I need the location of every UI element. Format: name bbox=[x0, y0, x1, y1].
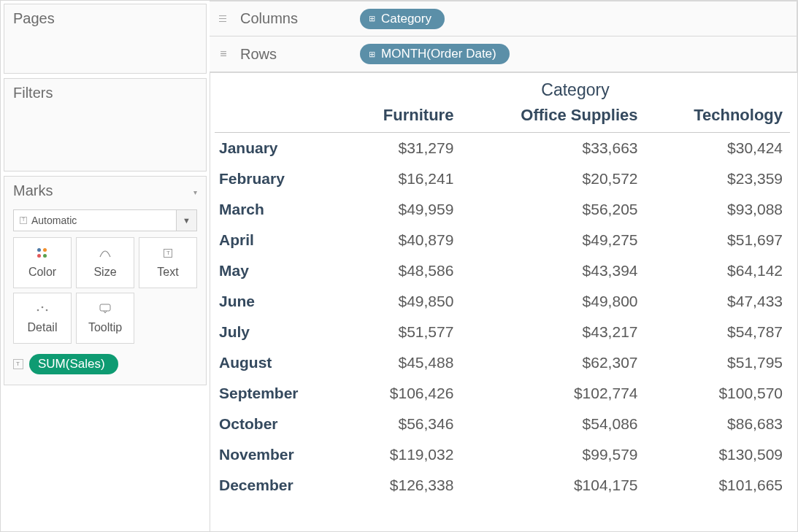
column-header-title[interactable]: Category bbox=[361, 80, 790, 100]
cell-value[interactable]: $43,394 bbox=[461, 255, 645, 286]
cell-value[interactable]: $47,433 bbox=[645, 286, 791, 317]
row-header[interactable]: April bbox=[215, 225, 342, 255]
rows-label: Rows bbox=[240, 46, 350, 63]
table-row: August$45,488$62,307$51,795 bbox=[215, 347, 790, 378]
col-header[interactable]: Technology bbox=[645, 101, 791, 133]
cell-value[interactable]: $106,426 bbox=[342, 378, 461, 409]
table-row: November$119,032$99,579$130,509 bbox=[215, 439, 790, 470]
cell-value[interactable]: $119,032 bbox=[342, 439, 461, 470]
cell-value[interactable]: $20,572 bbox=[461, 163, 645, 194]
marks-menu-caret-icon[interactable]: ▾ bbox=[193, 188, 197, 196]
table-row: September$106,426$102,774$100,570 bbox=[215, 378, 790, 409]
pages-title: Pages bbox=[13, 10, 197, 27]
detail-icon bbox=[36, 302, 49, 315]
tooltip-button[interactable]: Tooltip bbox=[76, 293, 134, 344]
cell-value[interactable]: $30,424 bbox=[645, 133, 791, 163]
row-header[interactable]: August bbox=[215, 347, 342, 378]
cell-value[interactable]: $33,663 bbox=[461, 133, 645, 163]
cell-value[interactable]: $56,205 bbox=[461, 194, 645, 225]
pages-shelf[interactable]: Pages bbox=[4, 4, 207, 74]
cell-value[interactable]: $48,586 bbox=[342, 255, 461, 286]
row-header[interactable]: November bbox=[215, 439, 342, 470]
cell-value[interactable]: $40,879 bbox=[342, 225, 461, 255]
sum-sales-pill[interactable]: SUM(Sales) bbox=[29, 354, 118, 374]
svg-point-1 bbox=[42, 307, 44, 309]
row-header[interactable]: July bbox=[215, 317, 342, 347]
cell-value[interactable]: $86,683 bbox=[645, 409, 791, 439]
color-button[interactable]: Color bbox=[13, 237, 72, 288]
filters-title: Filters bbox=[13, 85, 197, 101]
cell-value[interactable]: $51,795 bbox=[645, 347, 791, 378]
col-header[interactable]: Furniture bbox=[342, 101, 461, 133]
cell-value[interactable]: $51,697 bbox=[645, 225, 791, 255]
cell-value[interactable]: $51,577 bbox=[342, 317, 461, 347]
cell-value[interactable]: $64,142 bbox=[645, 255, 791, 286]
cell-value[interactable]: $100,570 bbox=[645, 378, 791, 409]
cell-value[interactable]: $102,774 bbox=[461, 378, 645, 409]
cell-value[interactable]: $49,850 bbox=[342, 286, 461, 317]
cell-value[interactable]: $45,488 bbox=[342, 347, 461, 378]
marks-type-dropdown[interactable]: T Automatic ▼ bbox=[13, 209, 197, 231]
cell-value[interactable]: $62,307 bbox=[461, 347, 645, 378]
text-button[interactable]: T Text bbox=[139, 237, 197, 288]
row-header[interactable]: May bbox=[215, 255, 342, 286]
cell-value[interactable]: $54,787 bbox=[645, 317, 791, 347]
columns-shelf[interactable]: Columns ⊞ Category bbox=[210, 1, 797, 36]
marks-type-label: Automatic bbox=[31, 215, 77, 226]
cell-value[interactable]: $31,279 bbox=[342, 133, 461, 163]
svg-rect-3 bbox=[100, 304, 110, 311]
row-header[interactable]: February bbox=[215, 163, 342, 194]
pill-label: SUM(Sales) bbox=[38, 357, 105, 371]
size-icon bbox=[99, 247, 112, 260]
cell-value[interactable]: $23,359 bbox=[645, 163, 791, 194]
svg-point-0 bbox=[37, 309, 39, 312]
size-button[interactable]: Size bbox=[76, 237, 134, 288]
row-header[interactable]: June bbox=[215, 286, 342, 317]
row-header[interactable]: January bbox=[215, 133, 342, 163]
row-header[interactable]: October bbox=[215, 409, 342, 439]
cell-value[interactable]: $16,241 bbox=[342, 163, 461, 194]
row-header[interactable]: September bbox=[215, 378, 342, 409]
col-header[interactable]: Office Supplies bbox=[461, 101, 645, 133]
cell-value[interactable]: $126,338 bbox=[342, 470, 461, 501]
rows-icon bbox=[217, 47, 230, 61]
tooltip-icon bbox=[99, 302, 111, 315]
rows-shelf[interactable]: Rows ⊞ MONTH(Order Date) bbox=[210, 36, 797, 72]
row-header[interactable]: March bbox=[215, 194, 342, 225]
cell-value[interactable]: $101,665 bbox=[645, 470, 791, 501]
marks-title: Marks bbox=[13, 182, 53, 199]
filters-shelf[interactable]: Filters bbox=[4, 78, 207, 171]
expand-icon: ⊞ bbox=[369, 50, 375, 59]
table-row: December$126,338$104,175$101,665 bbox=[215, 470, 790, 501]
columns-pill-category[interactable]: ⊞ Category bbox=[360, 9, 445, 29]
table-row: May$48,586$43,394$64,142 bbox=[215, 255, 790, 286]
table-row: April$40,879$49,275$51,697 bbox=[215, 225, 790, 255]
cell-value[interactable]: $93,088 bbox=[645, 194, 791, 225]
cell-value[interactable]: $104,175 bbox=[461, 470, 645, 501]
expand-icon: ⊞ bbox=[369, 14, 375, 23]
row-header[interactable]: December bbox=[215, 470, 342, 501]
columns-icon bbox=[217, 15, 230, 23]
table-row: June$49,850$49,800$47,433 bbox=[215, 286, 790, 317]
columns-label: Columns bbox=[240, 10, 350, 27]
automatic-icon: T bbox=[20, 217, 27, 224]
text-mark-indicator-icon bbox=[13, 359, 23, 369]
cell-value[interactable]: $49,800 bbox=[461, 286, 645, 317]
marks-card: Marks ▾ T Automatic ▼ Color bbox=[4, 176, 207, 385]
svg-point-2 bbox=[46, 309, 48, 312]
table-row: January$31,279$33,663$30,424 bbox=[215, 133, 790, 163]
color-icon bbox=[37, 247, 47, 260]
rows-pill-month[interactable]: ⊞ MONTH(Order Date) bbox=[360, 44, 510, 64]
marks-type-caret-icon[interactable]: ▼ bbox=[176, 210, 196, 231]
table-row: February$16,241$20,572$23,359 bbox=[215, 163, 790, 194]
cell-value[interactable]: $49,959 bbox=[342, 194, 461, 225]
cell-value[interactable]: $99,579 bbox=[461, 439, 645, 470]
detail-button[interactable]: Detail bbox=[13, 293, 72, 344]
crosstab-table: Furniture Office Supplies Technology Jan… bbox=[215, 101, 790, 501]
table-row: March$49,959$56,205$93,088 bbox=[215, 194, 790, 225]
cell-value[interactable]: $56,346 bbox=[342, 409, 461, 439]
cell-value[interactable]: $130,509 bbox=[645, 439, 791, 470]
cell-value[interactable]: $49,275 bbox=[461, 225, 645, 255]
cell-value[interactable]: $54,086 bbox=[461, 409, 645, 439]
cell-value[interactable]: $43,217 bbox=[461, 317, 645, 347]
